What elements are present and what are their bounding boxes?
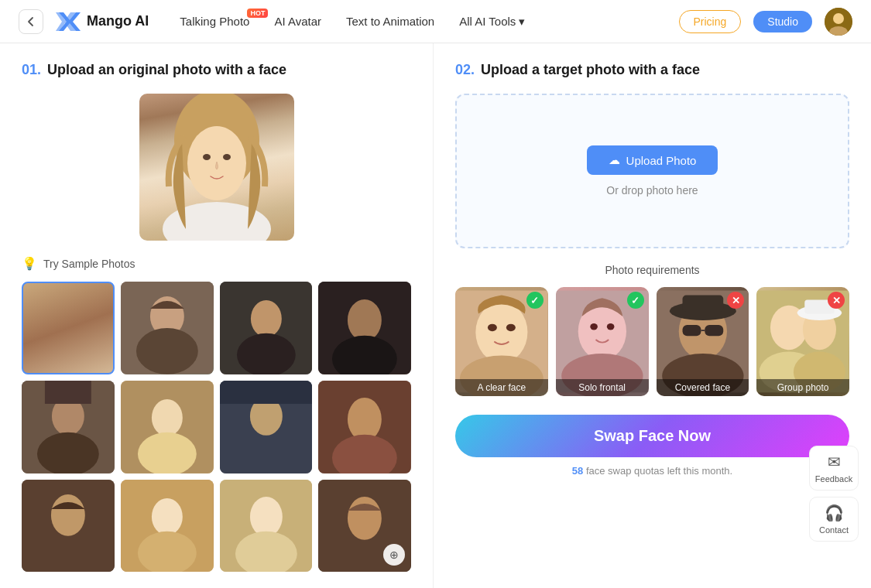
sample-photo-9[interactable] xyxy=(22,480,115,573)
user-avatar[interactable] xyxy=(825,8,852,36)
right-step-text: Upload a target photo with a face xyxy=(481,62,700,78)
svg-point-15 xyxy=(348,299,382,341)
back-button[interactable] xyxy=(19,9,43,34)
main-photo-bg xyxy=(139,94,294,241)
try-samples-label: 💡 Try Sample Photos xyxy=(22,256,411,271)
req-clear-face-label: A clear face xyxy=(455,379,548,396)
sample-photo-3[interactable] xyxy=(220,282,313,374)
req-solo-frontal: ✓ Solo frontal xyxy=(556,287,649,396)
sample-photo-7[interactable] xyxy=(220,381,313,473)
upload-photo-button[interactable]: ☁ Upload Photo xyxy=(587,145,718,175)
nav-ai-avatar[interactable]: AI Avatar xyxy=(274,15,321,28)
contact-button[interactable]: 🎧 Contact xyxy=(809,497,859,542)
sample-photo-11[interactable] xyxy=(220,480,313,573)
upload-hint: Or drop photo here xyxy=(606,184,698,197)
req-covered-face: ✕ Covered face xyxy=(657,287,749,396)
svg-point-22 xyxy=(152,399,183,436)
logo-text: Mango AI xyxy=(87,13,149,29)
photo-grid xyxy=(22,282,411,572)
svg-point-48 xyxy=(590,323,598,330)
feedback-label: Feedback xyxy=(815,474,852,484)
sample-photo-1[interactable] xyxy=(22,282,115,374)
main-content: 01. Upload an original photo with a face xyxy=(0,43,871,588)
svg-point-33 xyxy=(152,497,183,535)
req-covered-face-label: Covered face xyxy=(657,379,749,396)
quota-suffix: face swap quotas left this month. xyxy=(586,465,732,477)
requirements-grid: ✓ A clear face ✓ Solo f xyxy=(455,287,849,396)
sample-photo-8[interactable] xyxy=(318,381,411,473)
svg-point-39 xyxy=(348,496,382,539)
req-clear-face: ✓ A clear face xyxy=(455,287,548,396)
svg-point-41 xyxy=(475,302,527,363)
right-step-num: 02. xyxy=(455,62,475,78)
req-group-photo-badge: ✕ xyxy=(828,292,845,309)
svg-point-31 xyxy=(51,494,85,535)
svg-point-49 xyxy=(607,323,615,330)
right-panel: 02. Upload a target photo with a face ☁ … xyxy=(434,43,871,588)
hot-badge: HOT xyxy=(247,9,268,18)
svg-point-10 xyxy=(136,328,198,374)
feedback-button[interactable]: ✉ Feedback xyxy=(809,446,859,491)
left-section-title: 01. Upload an original photo with a face xyxy=(22,62,411,78)
sample-photo-10[interactable] xyxy=(121,480,214,573)
contact-icon: 🎧 xyxy=(825,504,844,522)
right-section-title: 02. Upload a target photo with a face xyxy=(455,62,849,78)
nav-talking-photo[interactable]: Talking Photo HOT xyxy=(180,15,249,28)
req-clear-face-badge: ✓ xyxy=(526,292,544,309)
photo-requirements-title: Photo requirements xyxy=(455,264,849,276)
svg-point-6 xyxy=(223,154,231,160)
logo-icon xyxy=(56,9,81,34)
upload-area[interactable]: ☁ Upload Photo Or drop photo here xyxy=(455,94,849,248)
pricing-button[interactable]: Pricing xyxy=(679,10,742,33)
sample-photo-5[interactable] xyxy=(22,381,115,473)
contact-label: Contact xyxy=(819,525,849,535)
svg-rect-56 xyxy=(705,325,723,336)
left-step-num: 01. xyxy=(22,62,41,78)
svg-point-5 xyxy=(203,154,211,160)
nav-all-ai-tools[interactable]: All AI Tools ▾ xyxy=(459,15,525,29)
req-solo-frontal-badge: ✓ xyxy=(627,292,644,309)
quota-text: 58 face swap quotas left this month. xyxy=(455,465,849,477)
svg-rect-19 xyxy=(45,381,91,404)
studio-button[interactable]: Studio xyxy=(753,11,812,32)
sample-text: Try Sample Photos xyxy=(43,258,135,270)
left-step-text: Upload an original photo with a face xyxy=(47,62,286,78)
svg-rect-55 xyxy=(682,325,701,336)
sample-photo-2[interactable] xyxy=(121,282,214,374)
main-nav: Talking Photo HOT AI Avatar Text to Anim… xyxy=(180,15,678,29)
svg-point-28 xyxy=(348,398,382,441)
svg-point-1 xyxy=(833,13,844,24)
main-selected-photo xyxy=(139,94,294,241)
header-actions: Pricing Studio xyxy=(679,8,853,36)
req-group-photo-label: Group photo xyxy=(756,379,849,396)
svg-rect-26 xyxy=(220,381,313,404)
req-group-photo: ✕ Group photo xyxy=(756,287,849,396)
nav-text-to-animation[interactable]: Text to Animation xyxy=(346,15,434,28)
app-header: Mango AI Talking Photo HOT AI Avatar Tex… xyxy=(0,0,871,43)
svg-point-36 xyxy=(249,496,282,536)
upload-icon: ☁ xyxy=(609,153,620,167)
feedback-icon: ✉ xyxy=(828,453,841,471)
sample-photos-grid: ⊕ xyxy=(22,282,411,572)
svg-point-12 xyxy=(250,300,281,337)
left-panel: 01. Upload an original photo with a face xyxy=(0,43,434,588)
sample-photo-6[interactable] xyxy=(121,381,214,473)
side-actions: ✉ Feedback 🎧 Contact xyxy=(809,446,859,542)
quota-number: 58 xyxy=(572,465,583,477)
bulb-icon: 💡 xyxy=(22,256,37,271)
svg-point-44 xyxy=(506,324,516,332)
sample-photo-4[interactable] xyxy=(318,282,411,374)
req-solo-frontal-label: Solo frontal xyxy=(556,379,649,396)
swap-face-button[interactable]: Swap Face Now xyxy=(455,415,849,457)
svg-rect-54 xyxy=(682,296,723,313)
svg-point-43 xyxy=(488,324,497,332)
logo: Mango AI xyxy=(56,9,149,34)
